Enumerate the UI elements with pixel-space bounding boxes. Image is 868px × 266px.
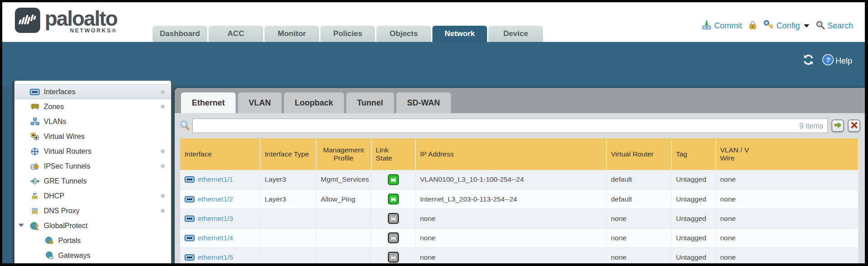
virtual-router-cell: default [606, 170, 671, 189]
link-state-cell [371, 170, 415, 189]
interface-link[interactable]: ethernet1/3 [198, 215, 233, 222]
sidebar-item-gateways[interactable]: Gateways [14, 248, 171, 263]
sidebar-item-portals[interactable]: Portals [14, 233, 171, 248]
sidebar-item-label: GlobalProtect [44, 222, 88, 230]
config-icon [763, 20, 774, 32]
sidebar-item-label: Portals [58, 237, 81, 245]
lock-icon[interactable] [748, 20, 757, 32]
search-button[interactable]: Search [816, 20, 853, 32]
search-icon [816, 20, 825, 32]
commit-button[interactable]: Commit [701, 20, 742, 32]
virtual-router-cell: none [606, 209, 671, 228]
sidebar-item-label: IPSec Tunnels [44, 162, 90, 170]
management-profile-cell: Allow_Ping [316, 189, 371, 209]
interface-link[interactable]: ethernet1/4 [198, 234, 233, 242]
subtab-loopback[interactable]: Loopback [284, 92, 344, 113]
virtual-router-cell: default [606, 189, 671, 209]
sidebar-item-globalprotect[interactable]: GlobalProtect [14, 218, 171, 233]
svg-text:DNS: DNS [32, 207, 37, 210]
apply-filter-button[interactable] [831, 119, 844, 132]
app-window: paloalto NETWORKS® Dashboard ACC Monitor… [0, 0, 868, 266]
subtab-tunnel[interactable]: Tunnel [346, 92, 394, 113]
management-profile-cell [316, 248, 371, 263]
sidebar-item-label: GRE Tunnels [44, 177, 87, 185]
interface-link[interactable]: ethernet1/2 [198, 195, 233, 203]
sidebar-item-ipsec-tunnels[interactable]: IPSec Tunnels [14, 159, 171, 174]
sidebar-item-virtual-wires[interactable]: Virtual Wires [14, 129, 171, 144]
sidebar-item-vlans[interactable]: VLANs [14, 114, 171, 129]
interface-type-cell [260, 248, 316, 263]
sidebar-item-interfaces[interactable]: Interfaces [14, 84, 171, 99]
top-actions: Commit Config Search [701, 20, 853, 32]
interface-link[interactable]: ethernet1/5 [198, 253, 233, 261]
virtual-router-cell: none [606, 228, 671, 248]
sidebar-item-dns-proxy[interactable]: DNS DNS Proxy [14, 203, 171, 218]
tag-cell: Untagged [671, 189, 715, 209]
virtual-router-cell: none [606, 248, 671, 263]
sidebar-item[interactable] [14, 263, 171, 263]
interface-cell: ethernet1/2 [180, 189, 260, 209]
refresh-icon[interactable] [802, 54, 815, 68]
sidebar-item-label: Gateways [58, 252, 90, 260]
filter-row: 9 items [179, 118, 860, 134]
subtab-label: Loopback [295, 98, 333, 108]
interface-type-cell: Layer3 [260, 170, 316, 189]
ipsec-tunnels-icon [29, 162, 41, 170]
column-header-virtual-router[interactable]: Virtual Router [606, 138, 671, 170]
tab-label: ACC [227, 29, 244, 38]
svg-text:IP: IP [33, 192, 37, 196]
column-header-interface[interactable]: Interface [180, 138, 260, 170]
table-header-row: Interface Interface Type [180, 138, 859, 170]
column-header-interface-type[interactable]: Interface Type [260, 138, 316, 170]
sidebar-item-virtual-routers[interactable]: Virtual Routers [14, 144, 171, 159]
tab-network[interactable]: Network [432, 26, 487, 42]
config-menu-button[interactable]: Config [763, 20, 809, 32]
column-header-management[interactable]: Management Profile [316, 138, 371, 170]
tab-objects[interactable]: Objects [376, 26, 431, 42]
tab-device[interactable]: Device [488, 26, 543, 42]
expand-arrow-icon[interactable] [19, 224, 24, 227]
top-header: paloalto NETWORKS® Dashboard ACC Monitor… [2, 2, 865, 42]
main-nav-tabs: Dashboard ACC Monitor Policies Objects N… [153, 26, 544, 42]
table-row: ethernet1/2 Layer3 Allow_Ping Internet_L… [180, 189, 859, 209]
interfaces-table: Interface Interface Type [180, 138, 859, 263]
sidebar-item-gre-tunnels[interactable]: GRE Tunnels [14, 174, 171, 188]
help-button[interactable]: ? Help [822, 54, 852, 68]
subtab-ethernet[interactable]: Ethernet [181, 92, 236, 113]
brand-name: paloalto [45, 8, 117, 29]
subtab-vlan[interactable]: VLAN [238, 92, 282, 113]
column-label: VLAN / V [720, 146, 854, 154]
management-profile-cell [316, 209, 371, 228]
subtab-label: SD-WAN [407, 98, 440, 108]
link-down-icon [388, 213, 399, 224]
interface-type-cell: Layer3 [260, 189, 316, 209]
clear-filter-button[interactable] [848, 119, 860, 132]
sidebar-item-dhcp[interactable]: IP DHCP [14, 188, 171, 203]
tab-label: Dashboard [160, 29, 200, 38]
tag-cell: Untagged [671, 209, 715, 228]
sidebar-item-zones[interactable]: Zones [14, 99, 171, 114]
tab-label: Monitor [278, 29, 306, 38]
item-count: 9 items [799, 122, 823, 130]
interface-link[interactable]: ethernet1/1 [198, 175, 233, 183]
vlan-wire-cell: none [715, 170, 859, 189]
green-arrow-icon [834, 122, 842, 130]
column-header-tag[interactable]: Tag [671, 138, 715, 170]
column-header-vlan-v[interactable]: VLAN / V Wire [715, 138, 859, 170]
sidebar-item-label: DNS Proxy [44, 207, 79, 215]
filter-input[interactable] [193, 119, 827, 133]
close-icon [851, 122, 858, 130]
tag-cell: Untagged [671, 228, 715, 248]
link-up-icon [388, 193, 399, 205]
link-up-icon [388, 174, 399, 185]
tab-acc[interactable]: ACC [209, 26, 263, 42]
table-row: ethernet1/4 none none Untagged [180, 228, 859, 248]
tab-policies[interactable]: Policies [320, 26, 375, 42]
subtab-sd-wan[interactable]: SD-WAN [396, 92, 451, 113]
column-header-link[interactable]: Link State [371, 138, 415, 170]
column-header-ip-address[interactable]: IP Address [415, 138, 606, 170]
dns-proxy-icon: DNS [29, 207, 41, 215]
tab-dashboard[interactable]: Dashboard [153, 26, 207, 42]
interface-cell: ethernet1/5 [180, 248, 260, 263]
tab-monitor[interactable]: Monitor [265, 26, 319, 42]
